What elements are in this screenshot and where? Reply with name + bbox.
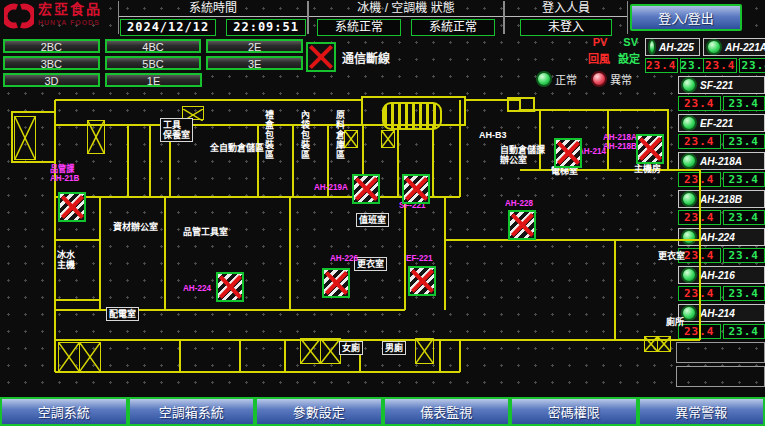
room-label: 冰水 主機 [57,250,75,270]
room-label: 工具 保養室 [160,118,193,142]
unit-tag-label: AH-228 [505,199,533,208]
stairs-icon [657,336,671,352]
comm-fail-unit-icon[interactable] [58,192,86,222]
room-label: AH-B3 [479,130,507,140]
room-label: 男廁 [382,341,406,355]
room-label: 全自動倉儲區 [210,143,264,153]
room-label: 自動倉儲課 辦公室 [500,145,545,165]
room-label: 更衣室 [354,257,387,271]
room-label: 值班室 [356,213,389,227]
stairs-icon [415,338,434,364]
stairs-icon [344,130,358,148]
comm-fail-unit-icon[interactable] [402,174,430,204]
unit-tag-label: EF-221 [406,254,433,263]
room-label: 品管工具室 [183,227,228,237]
room-label: 廁所 [666,317,684,327]
room-label: 主機房 [634,164,661,174]
stairs-icon [58,342,80,372]
unit-tag-label: AH-214 [578,147,606,156]
comm-fail-unit-icon[interactable] [554,138,582,168]
comm-fail-unit-icon[interactable] [636,134,664,164]
unit-tag-label: AH-218A AH-218B [603,133,637,151]
comm-fail-unit-icon[interactable] [216,272,244,302]
comm-fail-unit-icon[interactable] [352,174,380,204]
comm-fail-unit-icon[interactable] [322,268,350,298]
comm-fail-unit-icon[interactable] [508,210,536,240]
unit-tag-label: 品管課 AH-21B [50,165,79,183]
stairs-icon [79,342,101,372]
chiller-machine-icon [382,102,442,130]
stairs-icon [87,120,105,154]
comm-fail-unit-icon[interactable] [408,266,436,296]
stairs-icon [14,116,36,160]
stairs-icon [644,336,658,352]
room-label: 女廁 [339,341,363,355]
unit-tag-label: AH-226 [330,254,358,263]
room-label: 配電室 [106,307,139,321]
room-label: 資材辦公室 [113,222,158,232]
room-label: 內袋包裝區 [300,110,310,160]
unit-tag-label: AH-224 [183,284,211,293]
unit-tag-label: AH-219A [314,183,348,192]
stairs-icon [300,338,321,364]
stairs-icon [320,338,341,364]
room-label: 禮盒包裝區 [264,110,274,160]
room-label: 更衣室 [658,251,685,261]
stairs-icon [381,130,395,148]
room-label: 原料倉庫區 [335,110,345,160]
